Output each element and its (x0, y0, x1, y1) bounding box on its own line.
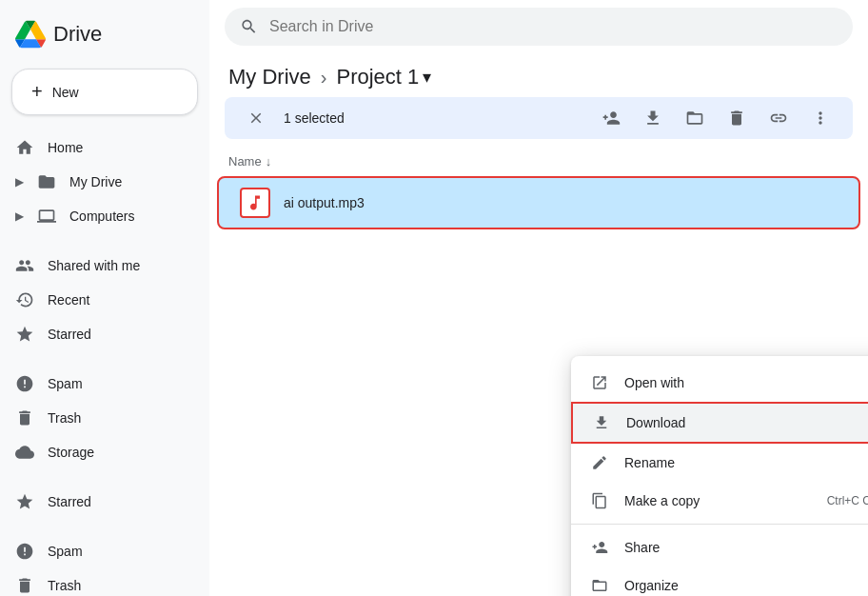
file-row[interactable]: ai output.mp3 (217, 176, 860, 229)
sidebar-item-label: Spam (48, 544, 83, 559)
sidebar-item-label: Trash (48, 410, 81, 426)
clock-icon (15, 290, 34, 309)
move-folder-button[interactable] (681, 105, 708, 131)
new-button-label: New (52, 85, 79, 100)
context-menu: Open with ▶ Download Rename (571, 356, 868, 596)
report-icon (15, 374, 34, 393)
sidebar-item-label: Spam (48, 376, 83, 391)
breadcrumb-current[interactable]: Project 1 ▾ (336, 65, 431, 89)
search-input[interactable] (269, 18, 838, 35)
folder-icon (37, 172, 56, 191)
menu-item-rename[interactable]: Rename (571, 444, 868, 482)
sidebar: Drive + New Home ▶ My Drive ▶ Computers … (0, 0, 209, 596)
breadcrumb-parent[interactable]: My Drive (228, 65, 311, 89)
open-with-icon (590, 373, 609, 392)
plus-icon: + (31, 81, 43, 103)
share-icon (590, 538, 609, 557)
drive-logo-icon (15, 19, 46, 50)
menu-shortcut: Ctrl+C Ctrl+V (827, 494, 868, 507)
topbar (209, 0, 868, 53)
menu-item-label: Share (624, 540, 868, 555)
search-bar[interactable] (225, 8, 853, 46)
more-button[interactable] (807, 105, 834, 131)
deselect-button[interactable] (244, 106, 268, 130)
breadcrumb: My Drive › Project 1 ▾ (209, 53, 868, 97)
menu-item-label: Organize (624, 578, 868, 593)
sidebar-item-spam[interactable]: Spam (0, 367, 198, 401)
sort-icon: ↓ (266, 154, 272, 169)
menu-item-copy[interactable]: Make a copy Ctrl+C Ctrl+V (571, 482, 868, 520)
sidebar-item-label: Storage (48, 445, 94, 460)
sidebar-item-label: Home (48, 140, 83, 155)
star-icon-2 (15, 492, 34, 511)
menu-item-organize[interactable]: Organize ▶ (571, 566, 868, 596)
app-title: Drive (53, 22, 102, 47)
sidebar-item-label: Trash (48, 578, 81, 593)
menu-item-label: Download (626, 415, 868, 430)
file-name: ai output.mp3 (284, 195, 365, 210)
trash-icon-2 (15, 576, 34, 595)
selection-actions (598, 105, 834, 131)
sidebar-item-trash[interactable]: Trash (0, 401, 198, 435)
trash-icon (15, 408, 34, 427)
copy-icon (590, 491, 609, 510)
person-icon (15, 256, 34, 275)
sidebar-item-label: Recent (48, 292, 89, 308)
sidebar-item-label: Computers (69, 209, 134, 224)
delete-button[interactable] (723, 105, 750, 131)
organize-icon (590, 576, 609, 595)
column-name-sort[interactable]: Name ↓ (228, 154, 271, 169)
cloud-icon (15, 443, 34, 462)
rename-icon (590, 453, 609, 472)
home-icon (15, 138, 34, 157)
selection-count: 1 selected (284, 110, 345, 126)
sidebar-item-recent[interactable]: Recent (0, 283, 198, 317)
link-button[interactable] (765, 105, 792, 131)
sidebar-item-starred2[interactable]: Starred (0, 485, 198, 519)
chevron-down-icon: ▾ (423, 67, 431, 88)
selection-toolbar: 1 selected (225, 97, 853, 139)
chevron-right-icon: ▶ (15, 175, 24, 189)
spam-icon-2 (15, 542, 34, 561)
sidebar-item-label: Shared with me (48, 258, 140, 273)
computer-icon (37, 207, 56, 226)
breadcrumb-separator: › (321, 67, 327, 89)
menu-item-open-with[interactable]: Open with ▶ (571, 364, 868, 402)
sidebar-item-trash2[interactable]: Trash (0, 568, 198, 596)
search-icon (240, 17, 258, 36)
sidebar-item-label: My Drive (69, 174, 122, 189)
download-toolbar-button[interactable] (640, 105, 666, 131)
main-content: My Drive › Project 1 ▾ 1 selected (209, 0, 868, 596)
logo-area: Drive (0, 8, 209, 65)
breadcrumb-current-label: Project 1 (336, 65, 419, 89)
star-icon (15, 325, 34, 344)
menu-divider-1 (571, 524, 868, 525)
add-person-button[interactable] (598, 105, 624, 131)
menu-item-share[interactable]: Share ▶ (571, 528, 868, 566)
menu-item-label: Rename (624, 455, 868, 470)
file-icon (238, 186, 272, 220)
sidebar-item-label: Starred (48, 327, 91, 342)
column-name-label: Name (228, 154, 262, 169)
sidebar-item-storage[interactable]: Storage (0, 435, 198, 469)
chevron-right-icon: ▶ (15, 209, 24, 223)
sidebar-item-home[interactable]: Home (0, 130, 198, 165)
mp3-icon (240, 188, 270, 218)
sidebar-item-shared[interactable]: Shared with me (0, 248, 198, 283)
menu-item-download[interactable]: Download (571, 402, 868, 444)
new-button[interactable]: + New (11, 69, 198, 115)
sidebar-item-computers[interactable]: ▶ Computers (0, 199, 198, 233)
sidebar-item-label: Starred (48, 494, 91, 509)
sidebar-item-spam2[interactable]: Spam (0, 534, 198, 568)
sidebar-item-starred[interactable]: Starred (0, 317, 198, 351)
menu-item-label: Make a copy (624, 493, 812, 508)
sidebar-item-my-drive[interactable]: ▶ My Drive (0, 165, 198, 199)
menu-item-label: Open with (624, 375, 868, 390)
file-list-header: Name ↓ (209, 147, 868, 176)
download-icon (592, 413, 611, 432)
